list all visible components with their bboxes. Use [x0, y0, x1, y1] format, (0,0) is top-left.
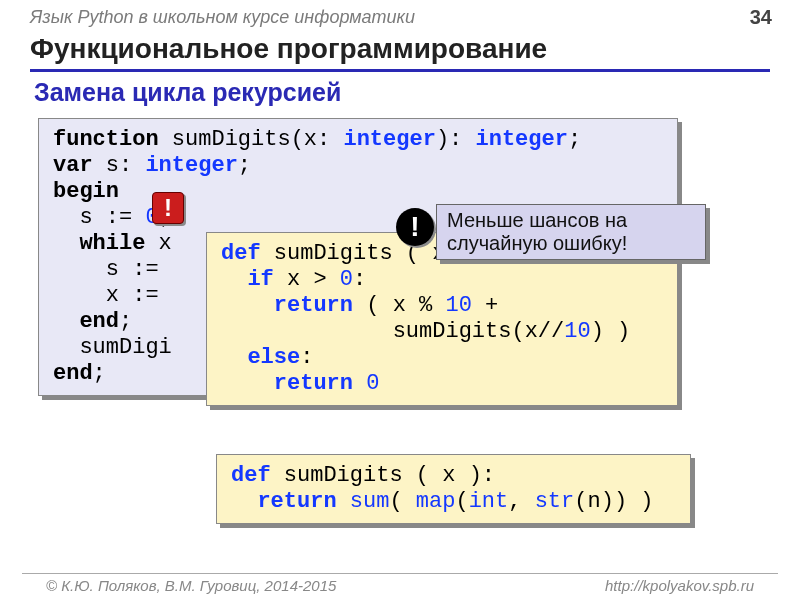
slide-header: Язык Python в школьном курсе информатики…	[0, 0, 800, 31]
code-text: ;	[119, 309, 132, 334]
code-text	[221, 293, 274, 318]
code-text: ) )	[591, 319, 631, 344]
code-text: x	[145, 231, 171, 256]
code-text: ):	[436, 127, 476, 152]
slide-footer: © К.Ю. Поляков, В.М. Гуровиц, 2014-2015 …	[22, 573, 778, 594]
code-text: s:	[93, 153, 146, 178]
code-text: ( x %	[353, 293, 445, 318]
code-text: ;	[568, 127, 581, 152]
code-text	[337, 489, 350, 514]
exclaim-black-icon: !	[396, 208, 434, 246]
num-literal: 0	[366, 371, 379, 396]
code-text: :	[300, 345, 313, 370]
code-text: x :=	[53, 283, 159, 308]
code-text: ,	[508, 489, 534, 514]
kw-return: return	[274, 293, 353, 318]
code-text	[221, 345, 247, 370]
num-literal: 10	[445, 293, 471, 318]
code-text: (n)) )	[574, 489, 653, 514]
num-literal: 0	[340, 267, 353, 292]
fn-str: str	[535, 489, 575, 514]
code-text	[53, 309, 79, 334]
code-text: sumDigits(x//	[221, 319, 564, 344]
type-integer: integer	[476, 127, 568, 152]
code-text	[221, 267, 247, 292]
kw-begin: begin	[53, 179, 119, 204]
page-number: 34	[750, 6, 772, 29]
exclaim-red-icon: !	[152, 192, 184, 224]
kw-else: else	[247, 345, 300, 370]
kw-var: var	[53, 153, 93, 178]
fn-int: int	[469, 489, 509, 514]
code-text: s :=	[53, 257, 159, 282]
code-text: sumDigits(x:	[159, 127, 344, 152]
code-text	[353, 371, 366, 396]
kw-while: while	[79, 231, 145, 256]
kw-return: return	[257, 489, 336, 514]
kw-function: function	[53, 127, 159, 152]
kw-if: if	[247, 267, 273, 292]
num-literal: 10	[564, 319, 590, 344]
code-text: (	[389, 489, 415, 514]
code-text: ;	[238, 153, 251, 178]
code-text: +	[472, 293, 498, 318]
code-text	[221, 371, 274, 396]
kw-end: end	[79, 309, 119, 334]
source-url: http://kpolyakov.spb.ru	[605, 577, 754, 594]
slide-title: Функциональное программирование	[30, 33, 770, 72]
code-text: x >	[274, 267, 340, 292]
copyright-text: © К.Ю. Поляков, В.М. Гуровиц, 2014-2015	[46, 577, 336, 594]
fn-map: map	[416, 489, 456, 514]
code-text	[53, 231, 79, 256]
course-title: Язык Python в школьном курсе информатики	[30, 7, 415, 28]
kw-end: end	[53, 361, 93, 386]
code-text: s :=	[53, 205, 145, 230]
code-text: ;	[93, 361, 106, 386]
type-integer: integer	[145, 153, 237, 178]
kw-def: def	[221, 241, 261, 266]
code-text: sumDigits ( x ):	[271, 463, 495, 488]
fn-sum: sum	[350, 489, 390, 514]
code-text	[231, 489, 257, 514]
code-text: :	[353, 267, 366, 292]
python-functional-code-box: def sumDigits ( x ): return sum( map(int…	[216, 454, 691, 524]
code-text: (	[455, 489, 468, 514]
slide-subtitle: Замена цикла рекурсией	[34, 78, 770, 107]
slide: Язык Python в школьном курсе информатики…	[0, 0, 800, 600]
kw-return: return	[274, 371, 353, 396]
note-box: Меньше шансов на случайную ошибку!	[436, 204, 706, 260]
kw-def: def	[231, 463, 271, 488]
type-integer: integer	[343, 127, 435, 152]
code-text: sumDigi	[53, 335, 172, 360]
